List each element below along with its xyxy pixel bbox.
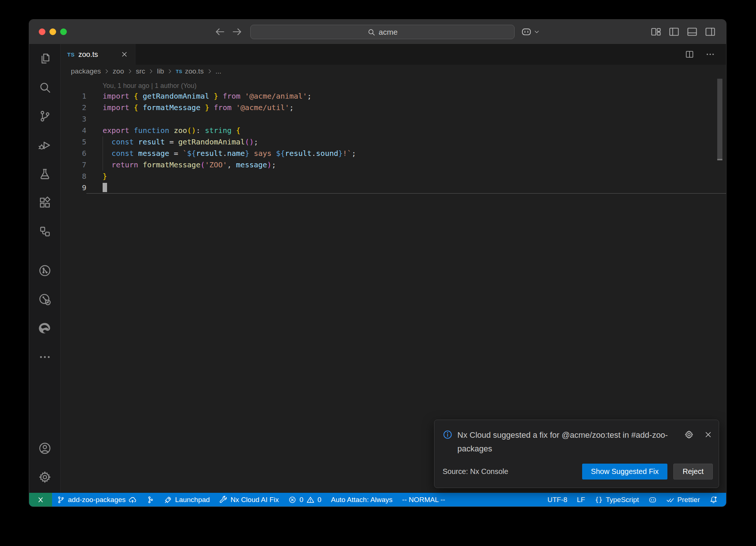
- account-icon: [38, 442, 51, 455]
- ellipsis-icon: [38, 351, 51, 364]
- breadcrumb-item[interactable]: packages: [71, 67, 101, 75]
- activity-bar-item-explorer[interactable]: [29, 44, 61, 73]
- braces-icon: {}: [595, 496, 603, 504]
- code-token: .: [312, 149, 316, 158]
- nx-cloud-ai-fix-status[interactable]: Nx Cloud AI Fix: [214, 493, 284, 506]
- code-token: string: [205, 126, 231, 135]
- vscode-window: acme TS zoo.ts: [29, 19, 726, 507]
- code-line-4[interactable]: 4export function zoo(): string {: [61, 125, 726, 136]
- code-token: import: [103, 92, 129, 100]
- branch-status-label: add-zoo-packages: [68, 496, 126, 504]
- reject-button[interactable]: Reject: [673, 464, 713, 480]
- code-token: zoo: [174, 126, 187, 135]
- breadcrumb-item[interactable]: lib: [157, 67, 164, 75]
- git-graph-status[interactable]: [141, 493, 159, 506]
- code-line-3[interactable]: 3: [61, 113, 726, 125]
- language-status[interactable]: {}TypeScript: [590, 493, 644, 506]
- breadcrumb-item[interactable]: zoo: [113, 67, 124, 75]
- command-center-search[interactable]: acme: [250, 25, 515, 39]
- encoding-status[interactable]: UTF-8: [543, 493, 572, 506]
- code-token: '@acme/util': [236, 103, 289, 112]
- scm-icon: [38, 110, 51, 123]
- remote-indicator[interactable]: [29, 493, 52, 506]
- code-line-6[interactable]: 6 const message = `${result.name} says $…: [61, 148, 726, 159]
- code-token: ): [267, 160, 272, 169]
- copilot-icon: [521, 26, 532, 37]
- copilot-menu-button[interactable]: [521, 26, 540, 37]
- code-line-8[interactable]: 8}: [61, 171, 726, 182]
- text-cursor: [103, 183, 107, 192]
- auto-attach-status[interactable]: Auto Attach: Always: [326, 493, 397, 506]
- activity-bar-item-search[interactable]: [29, 73, 61, 102]
- activity-bar-item-extensions[interactable]: [29, 188, 61, 217]
- activity-bar-item-additional-views[interactable]: [29, 342, 61, 371]
- tab-label: zoo.ts: [78, 50, 98, 59]
- toggle-panel-icon[interactable]: [687, 26, 698, 37]
- activity-bar-item-project-graph[interactable]: [29, 256, 61, 285]
- formatter-status[interactable]: Prettier: [662, 493, 705, 506]
- breadcrumb-item[interactable]: src: [136, 67, 145, 75]
- eol-status[interactable]: LF: [572, 493, 590, 506]
- forward-arrow-icon[interactable]: [231, 26, 243, 37]
- activity-bar-item-run-debug[interactable]: [29, 130, 61, 159]
- activity-bar-item-source-control[interactable]: [29, 102, 61, 130]
- problems-status-label: 0: [299, 496, 303, 504]
- breadcrumb-separator-chevron-icon: [206, 68, 213, 75]
- code-line-1[interactable]: 1import { getRandomAnimal } from '@acme/…: [61, 91, 726, 102]
- tab-zoo-ts[interactable]: TS zoo.ts: [61, 44, 135, 65]
- activity-bar-item-graph-details[interactable]: [29, 285, 61, 314]
- code-token: (): [187, 126, 196, 135]
- activity-bar-item-testing[interactable]: [29, 159, 61, 188]
- close-window-button[interactable]: [39, 28, 45, 35]
- line-content: [86, 182, 726, 194]
- close-tab-icon[interactable]: [120, 50, 128, 58]
- more-actions-icon[interactable]: [705, 50, 715, 59]
- line-number: 4: [61, 125, 86, 136]
- code-token: [103, 149, 111, 158]
- toggle-secondary-sidebar-icon[interactable]: [705, 26, 716, 37]
- code-line-7[interactable]: 7 return formatMessage('ZOO', message);: [61, 159, 726, 171]
- copilot-status[interactable]: [644, 493, 662, 506]
- line-number: 6: [61, 148, 86, 159]
- problems-status[interactable]: 00: [284, 493, 326, 506]
- split-editor-icon[interactable]: [685, 50, 694, 59]
- launchpad-status[interactable]: Launchpad: [159, 493, 214, 506]
- indent-guide: [103, 136, 103, 171]
- maximize-window-button[interactable]: [60, 28, 67, 35]
- activity-bar-item-nx-console[interactable]: [29, 217, 61, 246]
- activity-bar-item-settings[interactable]: [29, 463, 61, 491]
- editor-scrollbar[interactable]: [717, 79, 722, 159]
- code-line-2[interactable]: 2import { formatMessage } from '@acme/ut…: [61, 102, 726, 113]
- code-line-5[interactable]: 5 const result = getRandomAnimal();: [61, 136, 726, 148]
- notifications-status[interactable]: [705, 493, 722, 506]
- vim-mode-status[interactable]: -- NORMAL --: [397, 493, 450, 506]
- chevron-down-icon: [533, 28, 540, 35]
- wrench-icon: [219, 496, 227, 504]
- overview-ruler-cursor-marker: [717, 159, 722, 160]
- line-content: import { formatMessage } from '@acme/uti…: [86, 102, 726, 113]
- code-token: {: [236, 126, 240, 135]
- error-icon: [288, 496, 296, 504]
- branch-status[interactable]: add-zoo-packages: [52, 493, 141, 506]
- line-number: 2: [61, 102, 86, 113]
- code-token: getRandomAnimal: [178, 137, 245, 146]
- code-token: {: [134, 92, 138, 100]
- breadcrumb-item-file[interactable]: zoo.ts: [185, 67, 204, 75]
- activity-bar-item-edge-browser[interactable]: [29, 314, 61, 342]
- toggle-primary-sidebar-icon[interactable]: [669, 26, 680, 37]
- extensions-icon: [38, 196, 51, 209]
- back-arrow-icon[interactable]: [214, 26, 226, 37]
- titlebar: acme: [29, 20, 726, 44]
- code-line-9[interactable]: 9: [61, 182, 726, 194]
- notification-settings-icon[interactable]: [684, 430, 694, 439]
- breadcrumb-overflow[interactable]: ...: [216, 67, 221, 75]
- customize-layout-icon[interactable]: [650, 26, 662, 37]
- linked-squares-icon: [38, 225, 51, 238]
- show-suggested-fix-button[interactable]: Show Suggested Fix: [582, 464, 667, 480]
- activity-bar-item-account[interactable]: [29, 434, 61, 463]
- code-token: formatMessage: [138, 103, 205, 112]
- minimize-window-button[interactable]: [49, 28, 56, 35]
- notification-close-icon[interactable]: [704, 430, 713, 439]
- search-icon: [367, 28, 375, 36]
- code-token: result: [196, 149, 223, 158]
